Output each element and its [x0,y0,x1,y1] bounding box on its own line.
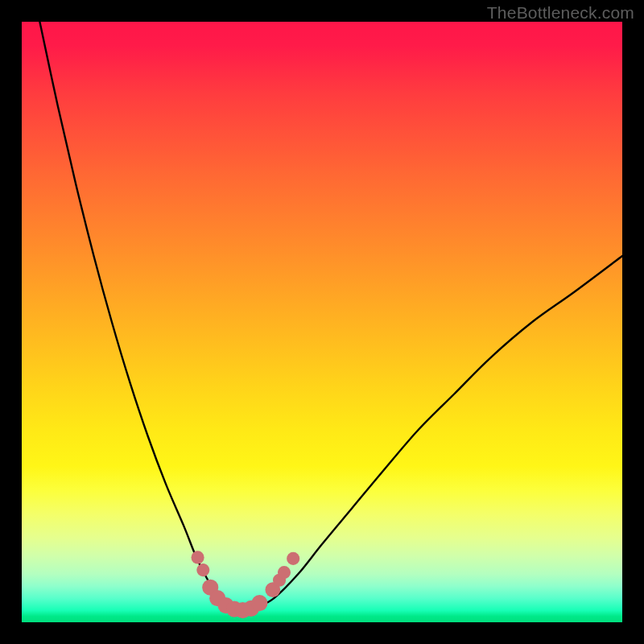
outer-frame: TheBottleneck.com [0,0,644,644]
curve-marker [278,566,291,579]
curve-marker [192,551,204,564]
bottleneck-curve [39,22,622,610]
chart-svg [22,22,622,622]
curve-marker [196,564,209,576]
curve-markers [192,551,300,618]
curve-marker [287,552,299,565]
curve-marker [251,595,267,611]
watermark-text: TheBottleneck.com [487,3,634,23]
